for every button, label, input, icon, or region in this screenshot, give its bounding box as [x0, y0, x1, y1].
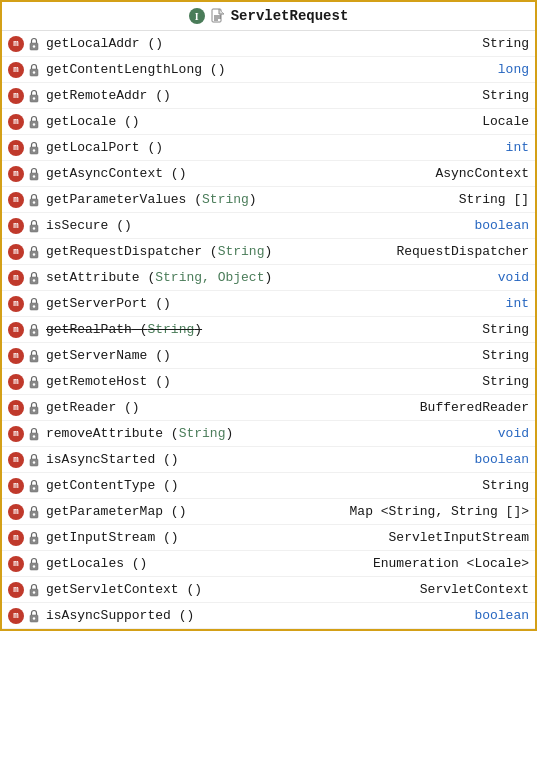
return-type: String — [474, 478, 529, 493]
method-row[interactable]: m isSecure ()boolean — [2, 213, 535, 239]
svg-point-11 — [33, 123, 35, 125]
method-row[interactable]: m getRequestDispatcher (String)RequestDi… — [2, 239, 535, 265]
lock-icon — [28, 557, 40, 571]
svg-point-21 — [33, 253, 35, 255]
lock-icon — [28, 37, 40, 51]
method-name: getRemoteAddr () — [46, 88, 474, 103]
return-type: String — [474, 348, 529, 363]
method-badge: m — [8, 608, 24, 624]
method-row[interactable]: m getParameterValues (String)String [] — [2, 187, 535, 213]
lock-icon — [28, 531, 40, 545]
return-type: ServletInputStream — [381, 530, 529, 545]
method-row[interactable]: m getContentType ()String — [2, 473, 535, 499]
return-type: Map <String, String []> — [342, 504, 529, 519]
method-name: getLocalAddr () — [46, 36, 474, 51]
return-type: String [] — [451, 192, 529, 207]
lock-icon — [28, 63, 40, 77]
return-type: ServletContext — [412, 582, 529, 597]
method-badge: m — [8, 348, 24, 364]
method-name: getParameterValues (String) — [46, 192, 451, 207]
method-row[interactable]: m getRemoteHost ()String — [2, 369, 535, 395]
method-badge: m — [8, 36, 24, 52]
return-type: long — [490, 62, 529, 77]
method-badge: m — [8, 296, 24, 312]
method-row[interactable]: m getLocale ()Locale — [2, 109, 535, 135]
method-badge: m — [8, 62, 24, 78]
lock-icon — [28, 375, 40, 389]
return-type: void — [490, 426, 529, 441]
svg-point-29 — [33, 357, 35, 359]
return-type: int — [498, 140, 529, 155]
method-row[interactable]: m isAsyncSupported ()boolean — [2, 603, 535, 629]
method-name: getLocalPort () — [46, 140, 498, 155]
method-row[interactable]: m getServletContext ()ServletContext — [2, 577, 535, 603]
method-badge: m — [8, 322, 24, 338]
method-name: getRealPath (String) — [46, 322, 474, 337]
method-badge: m — [8, 582, 24, 598]
method-row[interactable]: m getInputStream ()ServletInputStream — [2, 525, 535, 551]
method-row[interactable]: m getContentLengthLong ()long — [2, 57, 535, 83]
method-list: m getLocalAddr ()Stringm getContentLengt… — [2, 31, 535, 629]
return-type: boolean — [466, 452, 529, 467]
method-badge: m — [8, 88, 24, 104]
method-row[interactable]: m getLocales ()Enumeration <Locale> — [2, 551, 535, 577]
svg-point-17 — [33, 201, 35, 203]
method-name: getServletContext () — [46, 582, 412, 597]
method-name: getAsyncContext () — [46, 166, 427, 181]
return-type: String — [474, 36, 529, 51]
svg-point-35 — [33, 435, 35, 437]
lock-icon — [28, 479, 40, 493]
lock-icon — [28, 245, 40, 259]
method-row[interactable]: m setAttribute (String, Object)void — [2, 265, 535, 291]
method-badge: m — [8, 478, 24, 494]
method-row[interactable]: m getServerPort ()int — [2, 291, 535, 317]
lock-icon — [28, 167, 40, 181]
svg-point-47 — [33, 591, 35, 593]
svg-point-9 — [33, 97, 35, 99]
method-row[interactable]: m getReader ()BufferedReader — [2, 395, 535, 421]
method-row[interactable]: m getServerName ()String — [2, 343, 535, 369]
method-row[interactable]: m getParameterMap ()Map <String, String … — [2, 499, 535, 525]
method-badge: m — [8, 114, 24, 130]
return-type: void — [490, 270, 529, 285]
lock-icon — [28, 89, 40, 103]
lock-icon — [28, 401, 40, 415]
method-badge: m — [8, 244, 24, 260]
lock-icon — [28, 271, 40, 285]
method-row[interactable]: m getLocalPort ()int — [2, 135, 535, 161]
method-row[interactable]: m getLocalAddr ()String — [2, 31, 535, 57]
svg-point-7 — [33, 71, 35, 73]
lock-icon — [28, 323, 40, 337]
svg-point-31 — [33, 383, 35, 385]
method-name: getRequestDispatcher (String) — [46, 244, 388, 259]
file-icon — [211, 8, 225, 24]
method-name: getServerName () — [46, 348, 474, 363]
interface-icon: I — [189, 8, 205, 24]
method-badge: m — [8, 504, 24, 520]
method-badge: m — [8, 374, 24, 390]
method-row[interactable]: m getRealPath (String)String — [2, 317, 535, 343]
method-row[interactable]: m isAsyncStarted ()boolean — [2, 447, 535, 473]
method-name: getServerPort () — [46, 296, 498, 311]
method-row[interactable]: m removeAttribute (String)void — [2, 421, 535, 447]
lock-icon — [28, 193, 40, 207]
method-badge: m — [8, 166, 24, 182]
method-row[interactable]: m getAsyncContext ()AsyncContext — [2, 161, 535, 187]
method-badge: m — [8, 140, 24, 156]
method-name: getParameterMap () — [46, 504, 342, 519]
method-name: getInputStream () — [46, 530, 381, 545]
method-row[interactable]: m getRemoteAddr ()String — [2, 83, 535, 109]
method-badge: m — [8, 400, 24, 416]
svg-point-13 — [33, 149, 35, 151]
svg-point-43 — [33, 539, 35, 541]
return-type: boolean — [466, 608, 529, 623]
svg-point-15 — [33, 175, 35, 177]
svg-point-37 — [33, 461, 35, 463]
return-type: String — [474, 374, 529, 389]
method-badge: m — [8, 530, 24, 546]
svg-point-23 — [33, 279, 35, 281]
class-title: ServletRequest — [231, 8, 349, 24]
return-type: boolean — [466, 218, 529, 233]
method-name: getReader () — [46, 400, 412, 415]
svg-point-27 — [33, 331, 35, 333]
